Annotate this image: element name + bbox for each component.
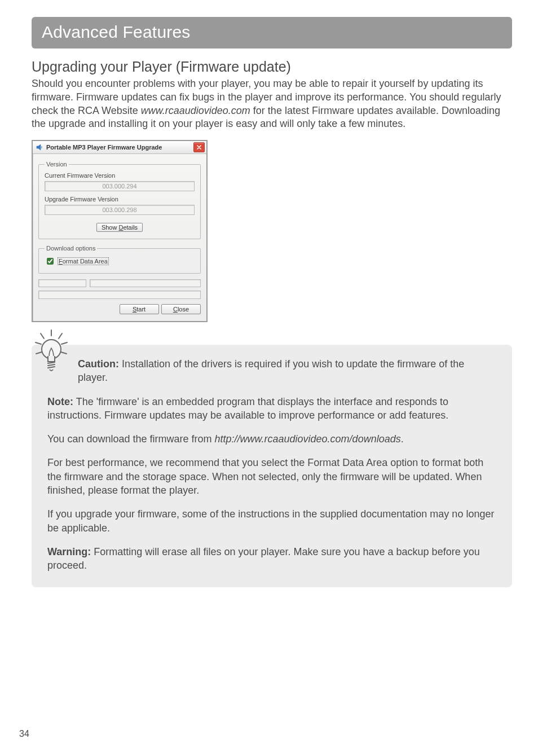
format-data-area-checkbox[interactable]: Format Data Area xyxy=(45,256,195,266)
upgrade-note-paragraph: If you upgrade your firmware, some of th… xyxy=(47,507,496,535)
progress-bar-full xyxy=(38,291,201,299)
firmware-upgrade-dialog: Portable MP3 Player Firmware Upgrade Ver… xyxy=(32,140,208,322)
upgrade-version-field xyxy=(45,205,195,215)
start-button[interactable]: Start xyxy=(120,304,159,314)
svg-point-8 xyxy=(42,340,61,359)
close-x-button[interactable] xyxy=(193,142,205,152)
warning-label: Warning: xyxy=(47,546,91,557)
download-post: . xyxy=(401,433,404,445)
version-legend: Version xyxy=(45,161,69,168)
upgrade-version-label: Upgrade Firmware Version xyxy=(45,196,195,203)
format-data-area-input[interactable] xyxy=(47,258,54,265)
notice-box: Caution: Installation of the drivers is … xyxy=(32,345,512,587)
close-button[interactable]: Close xyxy=(161,304,201,314)
progress-row xyxy=(38,279,201,287)
svg-line-3 xyxy=(59,333,62,339)
caution-label: Caution: xyxy=(78,358,119,370)
progress-bar-short xyxy=(38,279,86,287)
svg-line-2 xyxy=(41,333,44,339)
svg-line-6 xyxy=(36,352,42,354)
version-group: Version Current Firmware Version Upgrade… xyxy=(38,161,201,239)
caution-paragraph: Caution: Installation of the drivers is … xyxy=(78,357,496,385)
chapter-title: Advanced Features xyxy=(42,23,502,42)
svg-marker-0 xyxy=(37,144,41,150)
download-options-group: Download options Format Data Area xyxy=(38,245,201,274)
close-icon xyxy=(196,144,202,150)
section-heading: Upgrading your Player (Firmware update) xyxy=(32,59,512,75)
show-details-button[interactable]: Show Details xyxy=(96,223,143,232)
download-url: http://www.rcaaudiovideo.com/downloads xyxy=(215,433,401,445)
intro-paragraph: Should you encounter problems with your … xyxy=(32,77,512,131)
download-options-legend: Download options xyxy=(45,245,97,252)
dialog-title: Portable MP3 Player Firmware Upgrade xyxy=(46,144,162,151)
lightbulb-icon xyxy=(33,329,70,381)
note-text: The 'firmware' is an embedded program th… xyxy=(47,396,448,421)
speaker-icon xyxy=(36,143,43,151)
format-data-area-label: Format Data Area xyxy=(58,257,109,265)
page-number: 34 xyxy=(19,729,29,739)
note-paragraph: Note: The 'firmware' is an embedded prog… xyxy=(47,395,496,423)
current-version-field xyxy=(45,181,195,191)
note-label: Note: xyxy=(47,396,73,407)
progress-bar-long xyxy=(90,279,201,287)
download-pre: You can download the firmware from xyxy=(47,433,215,445)
download-paragraph: You can download the firmware from http:… xyxy=(47,432,496,446)
intro-website: www.rcaaudiovideo.com xyxy=(141,105,250,116)
caution-text: Installation of the drivers is required … xyxy=(78,358,464,383)
warning-paragraph: Warning: Formatting will erase all files… xyxy=(47,545,496,573)
svg-line-5 xyxy=(61,342,67,344)
best-performance-paragraph: For best performance, we recommend that … xyxy=(47,456,496,497)
svg-line-4 xyxy=(36,342,41,344)
current-version-label: Current Firmware Version xyxy=(45,172,195,179)
svg-line-7 xyxy=(61,352,67,354)
dialog-titlebar: Portable MP3 Player Firmware Upgrade xyxy=(33,141,206,154)
chapter-banner: Advanced Features xyxy=(32,17,512,49)
warning-text: Formatting will erase all files on your … xyxy=(47,546,480,571)
